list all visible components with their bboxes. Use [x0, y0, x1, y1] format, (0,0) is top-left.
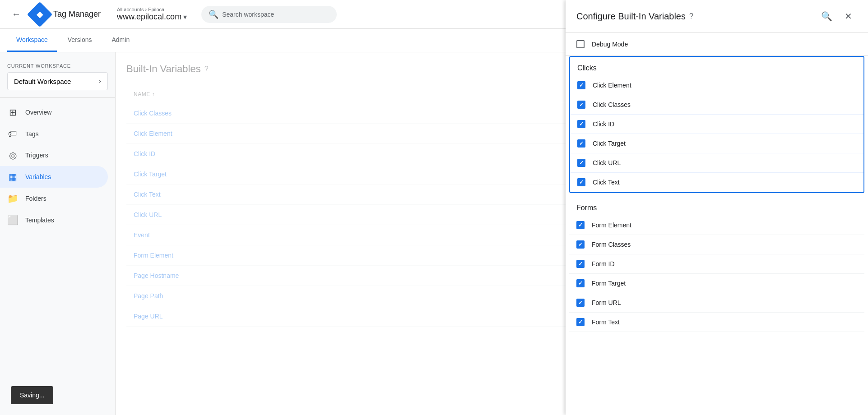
logo-diamond: ◆ — [27, 1, 53, 27]
tab-admin[interactable]: Admin — [102, 29, 139, 52]
tags-icon: 🏷 — [7, 129, 18, 139]
account-name-dropdown[interactable]: www.epilocal.com ▾ — [117, 12, 187, 22]
panel-body: Debug Mode Clicks Click Element Click Cl… — [566, 33, 868, 415]
click-url-label: Click URL — [593, 159, 621, 166]
templates-icon: ⬜ — [7, 215, 18, 226]
sidebar-item-overview[interactable]: ⊞ Overview — [0, 101, 108, 123]
debug-mode-label: Debug Mode — [592, 41, 628, 48]
clicks-section: Clicks Click Element Click Classes Click… — [569, 56, 864, 193]
app-title: Tag Manager — [53, 9, 101, 19]
click-text-checkbox[interactable] — [577, 178, 585, 186]
form-url-label: Form URL — [592, 299, 621, 306]
var-row-form-element[interactable]: Form Element — [569, 216, 864, 235]
click-element-checkbox[interactable] — [577, 81, 585, 89]
click-target-checkbox[interactable] — [577, 139, 585, 148]
form-target-label: Form Target — [592, 280, 626, 287]
click-url-checkbox[interactable] — [577, 159, 585, 167]
variables-icon: ▦ — [7, 171, 18, 182]
search-icon: 🔍 — [209, 9, 218, 19]
var-row-form-target[interactable]: Form Target — [569, 274, 864, 293]
var-row-click-element[interactable]: Click Element — [570, 76, 863, 95]
tab-workspace[interactable]: Workspace — [7, 29, 57, 52]
var-row-click-classes[interactable]: Click Classes — [570, 95, 863, 115]
form-classes-checkbox[interactable] — [576, 240, 585, 249]
panel-title: Configure Built-In Variables ? — [576, 11, 693, 22]
sidebar-item-label-variables: Variables — [25, 173, 51, 180]
clicks-section-label: Clicks — [570, 57, 863, 76]
var-row-click-text[interactable]: Click Text — [570, 173, 863, 192]
saving-toast: Saving... — [11, 386, 53, 404]
form-id-checkbox[interactable] — [576, 260, 585, 268]
form-classes-label: Form Classes — [592, 241, 631, 248]
sidebar-item-variables[interactable]: ▦ Variables — [0, 166, 108, 188]
tab-versions[interactable]: Versions — [59, 29, 101, 52]
search-text: Search workspace — [222, 11, 274, 18]
var-row-form-text[interactable]: Form Text — [569, 313, 864, 332]
click-target-label: Click Target — [593, 140, 626, 147]
configure-panel: Configure Built-In Variables ? 🔍 ✕ Debug… — [566, 0, 868, 415]
sidebar-item-templates[interactable]: ⬜ Templates — [0, 209, 108, 231]
sidebar-item-label-triggers: Triggers — [25, 152, 48, 159]
var-row-form-id[interactable]: Form ID — [569, 254, 864, 274]
workspace-label: CURRENT WORKSPACE — [7, 63, 108, 69]
form-url-checkbox[interactable] — [576, 299, 585, 307]
forms-section: Forms Form Element Form Classes Form ID … — [566, 197, 868, 332]
sidebar-item-label-templates: Templates — [25, 217, 54, 224]
sidebar-item-label-tags: Tags — [25, 130, 39, 138]
logo: ◆ Tag Manager — [31, 5, 101, 23]
click-id-checkbox[interactable] — [577, 120, 585, 128]
form-text-label: Form Text — [592, 318, 620, 326]
var-row-click-target[interactable]: Click Target — [570, 134, 863, 153]
click-element-label: Click Element — [593, 82, 631, 89]
sidebar-item-label-overview: Overview — [25, 109, 51, 116]
var-row-form-url[interactable]: Form URL — [569, 293, 864, 313]
sidebar: CURRENT WORKSPACE Default Workspace › ⊞ … — [0, 52, 116, 415]
panel-help-icon[interactable]: ? — [689, 12, 693, 20]
account-breadcrumb: All accounts › Epilocal — [117, 7, 187, 12]
workspace-name: Default Workspace — [14, 78, 71, 85]
logo-icon: ◆ — [37, 9, 43, 19]
sidebar-item-folders[interactable]: 📁 Folders — [0, 188, 108, 209]
sidebar-item-tags[interactable]: 🏷 Tags — [0, 123, 108, 144]
panel-header: Configure Built-In Variables ? 🔍 ✕ — [566, 0, 868, 33]
back-button[interactable]: ← — [7, 5, 25, 23]
var-row-click-id[interactable]: Click ID — [570, 115, 863, 134]
form-target-checkbox[interactable] — [576, 279, 585, 287]
overview-icon: ⊞ — [7, 107, 18, 118]
sidebar-item-label-folders: Folders — [25, 195, 46, 202]
var-row-form-classes[interactable]: Form Classes — [569, 235, 864, 254]
triggers-icon: ◎ — [7, 150, 18, 161]
forms-section-label: Forms — [569, 197, 864, 216]
panel-actions: 🔍 ✕ — [817, 7, 857, 25]
form-element-checkbox[interactable] — [576, 221, 585, 229]
click-classes-label: Click Classes — [593, 101, 631, 108]
workspace-name-button[interactable]: Default Workspace › — [7, 72, 108, 90]
sidebar-item-triggers[interactable]: ◎ Triggers — [0, 144, 108, 166]
account-dropdown-arrow: ▾ — [183, 13, 187, 21]
panel-close-button[interactable]: ✕ — [839, 7, 857, 25]
click-id-label: Click ID — [593, 120, 614, 128]
var-row-click-url[interactable]: Click URL — [570, 153, 863, 173]
form-element-label: Form Element — [592, 221, 631, 229]
debug-mode-row[interactable]: Debug Mode — [566, 33, 868, 56]
account-info: All accounts › Epilocal www.epilocal.com… — [117, 7, 187, 22]
click-classes-checkbox[interactable] — [577, 101, 585, 109]
form-text-checkbox[interactable] — [576, 318, 585, 326]
debug-mode-checkbox[interactable] — [576, 40, 585, 48]
form-id-label: Form ID — [592, 260, 615, 267]
folders-icon: 📁 — [7, 193, 18, 204]
workspace-section: CURRENT WORKSPACE Default Workspace › — [0, 60, 115, 98]
click-text-label: Click Text — [593, 179, 620, 186]
search-bar[interactable]: 🔍 Search workspace — [201, 6, 337, 23]
panel-search-button[interactable]: 🔍 — [817, 7, 836, 25]
workspace-chevron: › — [99, 77, 101, 85]
